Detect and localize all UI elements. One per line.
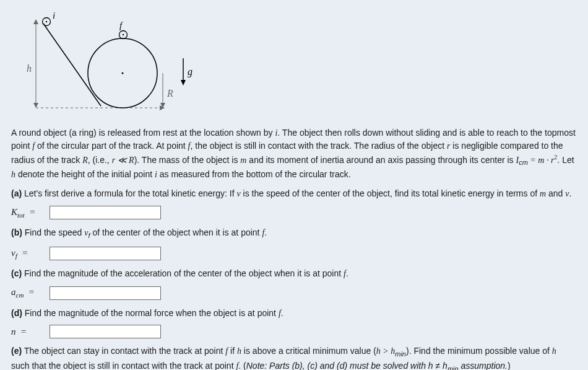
part-a-text: (a) Let's first derive a formula for the… (11, 187, 577, 200)
part-d-answer: n = (11, 325, 577, 339)
svg-marker-15 (181, 80, 186, 86)
acm-input[interactable] (50, 286, 161, 300)
part-d-text: (d) Find the magnitude of the normal for… (11, 307, 577, 320)
label-i: i (53, 11, 55, 20)
part-a-answer: Ktot = (11, 205, 577, 221)
part-e-text: (e) The object can stay in contact with … (11, 345, 577, 370)
ktot-input[interactable] (50, 206, 161, 219)
label-R: R (166, 88, 173, 99)
vf-input[interactable] (50, 247, 161, 260)
part-b-text: (b) Find the speed vf of the center of t… (11, 226, 577, 240)
part-b-answer: vf = (11, 246, 577, 262)
part-c-answer: acm = (11, 285, 577, 301)
diagram-svg: h i f R g (11, 10, 197, 115)
problem-intro: A round object (a ring) is released from… (11, 126, 577, 181)
problem-container: h i f R g (0, 0, 588, 370)
label-f: f (119, 20, 123, 30)
svg-marker-2 (33, 103, 38, 108)
part-c-text: (c) Find the magnitude of the accelerati… (11, 267, 577, 280)
svg-point-7 (122, 73, 124, 74)
label-g: g (188, 66, 192, 77)
label-h: h (27, 63, 32, 74)
svg-marker-1 (33, 19, 38, 24)
track-diagram: h i f R g (11, 10, 577, 119)
n-input[interactable] (50, 325, 161, 338)
svg-line-5 (43, 24, 101, 106)
svg-point-11 (123, 34, 124, 35)
svg-point-9 (46, 21, 47, 22)
